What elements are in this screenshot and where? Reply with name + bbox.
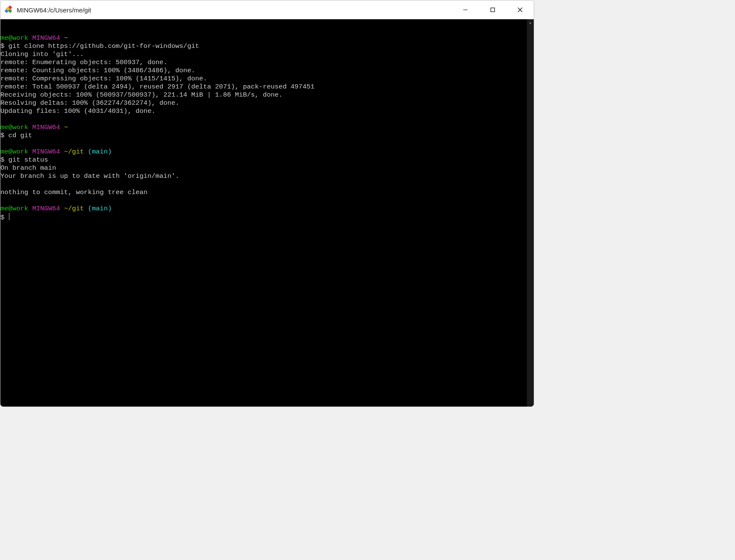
scrollbar[interactable]: ▲ (527, 19, 534, 407)
output-line: Resolving deltas: 100% (362274/362274), … (0, 99, 179, 107)
svg-rect-5 (491, 8, 495, 12)
window-controls (452, 0, 534, 19)
command-line: $ git status (0, 156, 48, 164)
prompt-host: MINGW64 (32, 148, 60, 156)
prompt-path: ~ (64, 34, 68, 42)
prompt-user: me@work (0, 124, 28, 131)
output-line: nothing to commit, working tree clean (0, 189, 147, 196)
terminal[interactable]: me@work MINGW64 ~ $ git clone https://gi… (0, 19, 527, 407)
terminal-area: me@work MINGW64 ~ $ git clone https://gi… (0, 19, 534, 407)
prompt-user: me@work (0, 205, 28, 212)
command-line: $ git clone https://github.com/git-for-w… (0, 42, 199, 50)
scroll-track[interactable] (527, 26, 534, 400)
prompt-branch: (main) (88, 205, 112, 212)
git-bash-icon (5, 6, 13, 14)
output-line: remote: Counting objects: 100% (3486/348… (0, 67, 195, 74)
output-line: Updating files: 100% (4031/4031), done. (0, 107, 156, 115)
output-line: Receiving objects: 100% (500937/500937),… (0, 91, 282, 99)
titlebar[interactable]: MINGW64:/c/Users/me/git (0, 0, 534, 19)
prompt-path: ~ (64, 124, 68, 131)
output-line: Cloning into 'git'... (0, 50, 84, 58)
cursor (9, 213, 10, 220)
output-line: On branch main (0, 164, 56, 172)
prompt-path: ~/git (64, 205, 84, 212)
prompt-path: ~/git (64, 148, 84, 156)
output-line: remote: Total 500937 (delta 2494), reuse… (0, 83, 315, 91)
output-line: Your branch is up to date with 'origin/m… (0, 172, 179, 180)
prompt-host: MINGW64 (32, 34, 60, 42)
maximize-button[interactable] (479, 0, 506, 19)
scroll-up-arrow[interactable]: ▲ (527, 19, 534, 26)
prompt-user: me@work (0, 148, 28, 156)
window-title: MINGW64:/c/Users/me/git (17, 6, 91, 14)
command-line: $ (0, 214, 9, 221)
command-line: $ cd git (0, 132, 32, 139)
output-line: remote: Compressing objects: 100% (1415/… (0, 75, 207, 83)
prompt-user: me@work (0, 34, 28, 42)
app-window: MINGW64:/c/Users/me/git me@work MINGW64 … (0, 0, 534, 407)
prompt-host: MINGW64 (32, 124, 60, 131)
scroll-down-arrow[interactable] (527, 400, 534, 407)
output-line: remote: Enumerating objects: 500937, don… (0, 59, 168, 66)
minimize-button[interactable] (452, 0, 479, 19)
prompt-branch: (main) (88, 148, 112, 156)
titlebar-left: MINGW64:/c/Users/me/git (0, 6, 452, 14)
close-button[interactable] (506, 0, 534, 19)
prompt-host: MINGW64 (32, 205, 60, 212)
